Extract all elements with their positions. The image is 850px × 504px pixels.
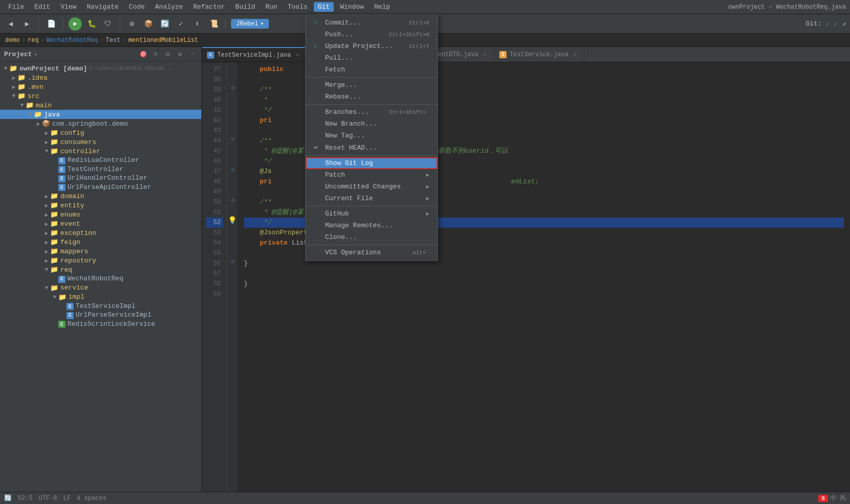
- gutter-bulb[interactable]: 💡: [227, 215, 237, 226]
- menu-git[interactable]: Git: [314, 2, 334, 12]
- tree-item-entity[interactable]: ▶ 📁 entity: [0, 201, 201, 210]
- tree-item-idea[interactable]: ▶ 📁 .idea: [0, 73, 201, 82]
- git-menu-merge[interactable]: Merge...: [306, 79, 438, 91]
- tree-item-main[interactable]: ▼ 📁 main: [0, 101, 201, 110]
- tree-label-url-handler: UrlHandlerController: [67, 174, 147, 182]
- tab-close-test-service[interactable]: ×: [571, 51, 579, 58]
- menu-help[interactable]: Help: [370, 2, 394, 12]
- git-menu-manage-remotes[interactable]: Manage Remotes...: [306, 220, 438, 231]
- tree-item-url-parse-api[interactable]: C UrlParseApiController: [0, 183, 201, 192]
- tree-item-event[interactable]: ▶ 📁 event: [0, 219, 201, 228]
- sidebar-settings-btn[interactable]: ⚙: [175, 49, 185, 59]
- tree-item-test-service-impl[interactable]: C TestServiceImpl: [0, 302, 201, 311]
- menu-build[interactable]: Build: [231, 2, 259, 12]
- status-encoding[interactable]: UTF-8: [39, 495, 57, 502]
- toolbar-update-btn[interactable]: 🔄: [158, 17, 171, 31]
- tree-item-feign[interactable]: ▶ 📁 feign: [0, 237, 201, 247]
- tree-label-domain: domain: [60, 193, 84, 200]
- tree-item-repostory[interactable]: ▶ 📁 repostory: [0, 256, 201, 265]
- toolbar-run-btn[interactable]: ▶: [68, 17, 82, 31]
- git-menu-show-git-log[interactable]: Show Git Log: [306, 157, 438, 169]
- tree-item-impl[interactable]: ▼ 📁 impl: [0, 293, 201, 302]
- sidebar-minimize-btn[interactable]: −: [187, 49, 197, 59]
- toolbar-recent-files-btn[interactable]: 📄: [44, 17, 58, 31]
- toolbar-vcs-btn[interactable]: 📦: [142, 17, 155, 31]
- tree-item-wechat-robot[interactable]: C WechatRobotReq: [0, 274, 201, 283]
- tab-test-service[interactable]: I TestService.java ×: [494, 47, 584, 62]
- git-menu-uncommitted[interactable]: Uncommitted Changes ▶: [306, 181, 438, 193]
- toolbar-commit-btn[interactable]: ✓: [174, 17, 188, 31]
- tree-item-java[interactable]: ▼ 📁 java: [0, 110, 201, 119]
- git-menu-update[interactable]: ✓ Update Project... Ctrl+T: [306, 40, 438, 52]
- git-menu-rebase[interactable]: Rebase...: [306, 91, 438, 103]
- line-40: 40: [206, 95, 223, 105]
- git-menu-new-branch[interactable]: New Branch...: [306, 118, 438, 130]
- git-menu-new-tag[interactable]: New Tag...: [306, 130, 438, 141]
- status-line-col[interactable]: 52:5: [18, 495, 33, 502]
- toolbar-history-btn[interactable]: 📜: [207, 17, 220, 31]
- menu-analyze[interactable]: Analyze: [151, 2, 187, 12]
- git-menu-reset[interactable]: ↩ Reset HEAD...: [306, 141, 438, 154]
- git-menu-push[interactable]: Push... Ctrl+Shift+K: [306, 29, 438, 40]
- git-menu-commit[interactable]: ✓ Commit... Ctrl+K: [306, 17, 438, 29]
- git-menu-pull[interactable]: Pull...: [306, 52, 438, 64]
- toolbar-push-btn[interactable]: ⬆: [191, 17, 204, 31]
- tab-test-service-impl[interactable]: C TestServiceImpl.java ×: [202, 47, 307, 62]
- tree-item-req[interactable]: ▼ 📁 req: [0, 265, 201, 274]
- tree-item-package[interactable]: ▶ 📦 com.springboot.demo: [0, 119, 201, 128]
- menu-code[interactable]: Code: [125, 2, 149, 12]
- tree-item-config[interactable]: ▶ 📁 config: [0, 128, 201, 137]
- menu-window[interactable]: Window: [336, 2, 368, 12]
- tree-item-consumers[interactable]: ▶ 📁 consumers: [0, 137, 201, 147]
- toolbar-debug-btn[interactable]: 🐛: [85, 17, 98, 31]
- breadcrumb-class[interactable]: WechatRobotReq: [47, 37, 98, 44]
- status-line-sep[interactable]: LF: [63, 495, 71, 502]
- tree-item-project[interactable]: ▼ 📁 ownProject [demo] C:\Users\EU936ZL\D…: [0, 64, 201, 73]
- sidebar-locate-btn[interactable]: 🎯: [138, 49, 148, 59]
- toolbar-sep4: [225, 19, 226, 29]
- breadcrumb-demo[interactable]: demo: [5, 37, 20, 44]
- breadcrumb-text[interactable]: Text: [106, 37, 121, 44]
- sidebar-expand-btn[interactable]: ≡: [150, 49, 160, 59]
- breadcrumb-req[interactable]: req: [28, 37, 39, 44]
- sidebar-collapse-btn[interactable]: ⊟: [163, 49, 173, 59]
- tree-item-src[interactable]: ▼ 📁 src: [0, 91, 201, 101]
- tree-item-url-parse-svc-impl[interactable]: C UrlParseServiceImpl: [0, 310, 201, 320]
- git-menu-vcs-operations[interactable]: VCS Operations Alt+`: [306, 247, 438, 258]
- toolbar-coverage-btn[interactable]: 🛡: [101, 17, 114, 31]
- status-indent[interactable]: 4 spaces: [77, 495, 106, 502]
- menu-run[interactable]: Run: [261, 2, 281, 12]
- toolbar-fwd-btn[interactable]: ▶: [20, 17, 34, 31]
- tab-close-student-dto[interactable]: ×: [481, 51, 489, 58]
- menu-navigate[interactable]: Navigate: [83, 2, 123, 12]
- breadcrumb-method[interactable]: mentionedMobileList: [128, 37, 198, 44]
- tree-item-mappers[interactable]: ▶ 📁 mappers: [0, 247, 201, 256]
- toolbar-settings-btn[interactable]: ⚙: [125, 17, 139, 31]
- tree-item-redis-lock-svc[interactable]: C RedisScrintLockService: [0, 320, 201, 329]
- tree-item-mvn[interactable]: ▶ 📁 .mvn: [0, 82, 201, 91]
- tree-item-redis-lua[interactable]: C RedisLuaController: [0, 156, 201, 165]
- menu-view[interactable]: View: [56, 2, 80, 12]
- toolbar-back-btn[interactable]: ◀: [4, 17, 17, 31]
- tree-item-exception[interactable]: ▶ 📁 exception: [0, 228, 201, 237]
- tree-item-controller[interactable]: ▼ 📁 controller: [0, 147, 201, 156]
- tree-item-url-handler[interactable]: C UrlHandlerController: [0, 174, 201, 183]
- git-sep1: [306, 77, 438, 78]
- tree-item-enums[interactable]: ▶ 📁 enums: [0, 210, 201, 219]
- tree-item-test-controller[interactable]: C TestController: [0, 165, 201, 174]
- git-menu-github[interactable]: GitHub ▶: [306, 208, 438, 220]
- menu-file[interactable]: File: [4, 2, 28, 12]
- git-menu-fetch[interactable]: Fetch: [306, 64, 438, 76]
- jrebel-btn[interactable]: JRebel ▾: [231, 19, 269, 29]
- menu-refactor[interactable]: Refactor: [189, 2, 229, 12]
- git-menu-branches[interactable]: Branches... Ctrl+Shift+`: [306, 106, 438, 118]
- git-menu-patch[interactable]: Patch ▶: [306, 169, 438, 181]
- git-menu-current-file[interactable]: Current File ▶: [306, 193, 438, 204]
- menu-edit[interactable]: Edit: [30, 2, 54, 12]
- tree-item-service[interactable]: ▼ 📁 service: [0, 283, 201, 293]
- tab-close-test-svc-impl[interactable]: ×: [294, 52, 301, 59]
- tree-item-domain[interactable]: ▶ 📁 domain: [0, 191, 201, 201]
- menu-tools[interactable]: Tools: [284, 2, 312, 12]
- git-menu-clone[interactable]: Clone...: [306, 231, 438, 243]
- sidebar-dropdown-arrow[interactable]: ▾: [34, 51, 38, 58]
